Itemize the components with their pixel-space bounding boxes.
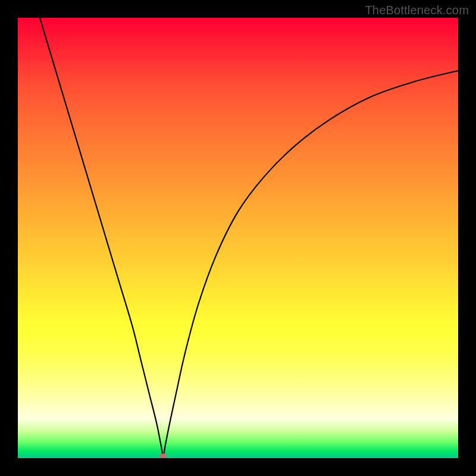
watermark-text: TheBottleneck.com — [365, 4, 469, 17]
bottleneck-curve — [18, 18, 458, 458]
chart-container: TheBottleneck.com — [0, 0, 476, 476]
optimal-point-marker — [159, 453, 167, 458]
plot-area — [18, 18, 458, 458]
